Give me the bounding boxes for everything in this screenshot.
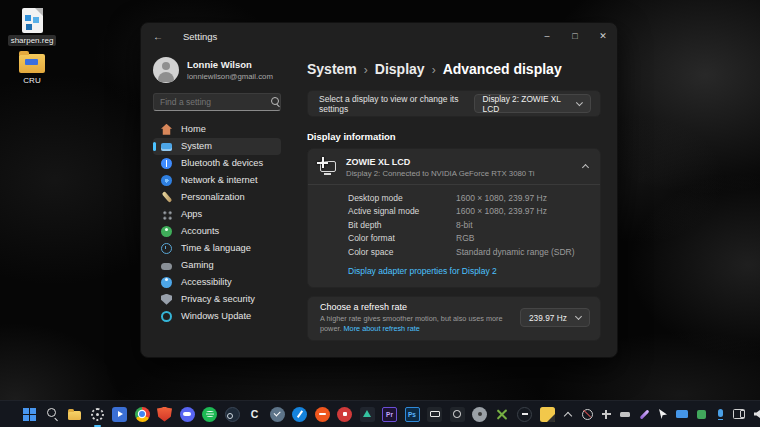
mouse-crosshair-cursor [317, 157, 328, 168]
orange-app-icon[interactable] [315, 407, 330, 422]
desktop-icon-label: CRU [20, 75, 43, 86]
breadcrumb-separator-icon: › [432, 62, 436, 77]
spotify-icon[interactable] [202, 407, 217, 422]
start-button-icon[interactable] [22, 407, 37, 422]
obs-icon[interactable] [450, 407, 465, 422]
sidebar-item-windows-update[interactable]: Windows Update [153, 308, 281, 325]
system-tray: 11:54 AM 12/11/2023 [562, 404, 760, 424]
breadcrumb-separator-icon: › [364, 62, 368, 77]
crosshair-tray-icon[interactable] [600, 407, 612, 421]
settings-window: ← Settings – □ ✕ Lonnie Wilson lonniewil… [140, 22, 618, 358]
desktop-icon-cru-folder[interactable]: CRU [6, 50, 58, 86]
sidebar-item-apps[interactable]: Apps [153, 206, 281, 223]
info-row: Color spaceStandard dynamic range (SDR) [348, 246, 588, 260]
sidebar: Lonnie Wilson lonniewilson@gmail.com Hom… [141, 49, 289, 357]
msi-afterburner-icon[interactable] [517, 407, 532, 422]
drive-app-icon[interactable] [360, 407, 375, 422]
user-profile[interactable]: Lonnie Wilson lonniewilson@gmail.com [153, 57, 281, 83]
display-information-header[interactable]: ZOWIE XL LCD Display 2: Connected to NVI… [308, 149, 600, 185]
display-selector-dropdown[interactable]: Display 2: ZOWIE XL LCD [474, 94, 591, 113]
copilot-icon[interactable]: C [247, 407, 262, 422]
device-detail: Display 2: Connected to NVIDIA GeForce R… [346, 169, 534, 178]
refresh-rate-title: Choose a refresh rate [320, 302, 520, 312]
sidebar-item-network[interactable]: Network & internet [153, 172, 281, 189]
refresh-rate-dropdown[interactable]: 239.97 Hz [520, 308, 590, 327]
info-row: Color formatRGB [348, 232, 588, 246]
display-selector-card: Select a display to view or change its s… [307, 90, 601, 117]
display-information-card: ZOWIE XL LCD Display 2: Connected to NVI… [307, 148, 601, 288]
muted-status-icon[interactable] [581, 407, 593, 421]
info-row: Desktop mode1600 × 1080, 239.97 Hz [348, 192, 588, 206]
sidebar-item-personalization[interactable]: Personalization [153, 189, 281, 206]
folder-icon [19, 54, 45, 73]
network-globe-icon [161, 175, 172, 186]
display-tray-icon[interactable] [676, 407, 688, 421]
chevron-up-icon[interactable] [582, 164, 589, 171]
registry-file-icon [22, 8, 43, 33]
breadcrumb-system[interactable]: System [307, 61, 357, 77]
update-refresh-icon [161, 311, 172, 322]
battlenet-icon[interactable] [292, 407, 307, 422]
discord-icon[interactable] [180, 407, 195, 422]
active-app-indicator [94, 425, 101, 427]
info-row: Active signal mode1600 × 1080, 239.97 Hz [348, 205, 588, 219]
file-explorer-icon[interactable] [67, 407, 82, 422]
checkmark-app-icon[interactable] [270, 407, 285, 422]
media-player-icon[interactable] [112, 407, 127, 422]
red-app-icon[interactable] [337, 407, 352, 422]
sidebar-item-accounts[interactable]: Accounts [153, 223, 281, 240]
hidden-icons-chevron-icon[interactable] [562, 407, 574, 421]
screen-recorder-icon[interactable] [427, 407, 442, 422]
sidebar-item-privacy[interactable]: Privacy & security [153, 291, 281, 308]
sidebar-item-gaming[interactable]: Gaming [153, 257, 281, 274]
desktop-icon-sharpen-reg[interactable]: sharpen.reg [6, 8, 58, 46]
sidebar-item-system[interactable]: System [153, 138, 281, 155]
display-adapter-properties-link[interactable]: Display adapter properties for Display 2 [348, 266, 497, 276]
microphone-tray-icon[interactable] [714, 407, 726, 421]
page-title: Advanced display [443, 61, 562, 77]
green-x-app-icon[interactable] [495, 407, 510, 422]
paintbrush-icon [161, 191, 172, 203]
minimize-button[interactable]: – [533, 23, 561, 49]
sidebar-item-accessibility[interactable]: Accessibility [153, 274, 281, 291]
display-information-heading: Display information [307, 131, 601, 142]
taskbar: C Pr Ps 11:54 AM 12/11/2023 [0, 400, 760, 427]
refresh-rate-card: Choose a refresh rate A higher rate give… [307, 296, 601, 341]
user-email: lonniewilson@gmail.com [187, 72, 273, 81]
sidebar-item-home[interactable]: Home [153, 121, 281, 138]
system-icon [161, 143, 172, 151]
chevron-down-icon [575, 313, 582, 320]
gray-utility-app-icon[interactable] [472, 407, 487, 422]
pill-tray-icon[interactable] [619, 407, 631, 421]
apps-grid-icon [161, 209, 172, 220]
device-name: ZOWIE XL LCD [346, 156, 534, 169]
settings-gear-icon[interactable] [90, 407, 105, 422]
search-box[interactable] [153, 93, 281, 111]
green-square-tray-icon[interactable] [695, 407, 707, 421]
chrome-icon[interactable] [135, 407, 150, 422]
breadcrumb-display[interactable]: Display [375, 61, 425, 77]
titlebar: ← Settings – □ ✕ [141, 23, 617, 49]
taskbar-search-icon[interactable] [45, 407, 60, 422]
photoshop-icon[interactable]: Ps [405, 407, 420, 422]
chevron-down-icon [576, 99, 583, 106]
pen-tray-icon[interactable] [638, 407, 650, 421]
cursor-tray-icon[interactable] [657, 407, 669, 421]
brave-icon[interactable] [157, 407, 172, 422]
sidebar-item-bluetooth[interactable]: Bluetooth & devices [153, 155, 281, 172]
display-selector-label: Select a display to view or change its s… [319, 94, 474, 114]
sidebar-item-time-language[interactable]: Time & language [153, 240, 281, 257]
clock-globe-icon [161, 243, 172, 254]
sticky-notes-icon[interactable] [540, 407, 555, 422]
more-about-refresh-rate-link[interactable]: More about refresh rate [344, 324, 420, 333]
premiere-pro-icon[interactable]: Pr [382, 407, 397, 422]
maximize-button[interactable]: □ [561, 23, 589, 49]
close-button[interactable]: ✕ [589, 23, 617, 49]
steam-icon[interactable] [225, 407, 240, 422]
volume-icon[interactable] [752, 407, 760, 421]
accessibility-icon [161, 277, 172, 288]
back-button[interactable]: ← [153, 31, 171, 42]
search-input[interactable] [160, 97, 271, 107]
phone-link-icon[interactable] [733, 407, 745, 421]
bluetooth-icon [161, 158, 172, 169]
